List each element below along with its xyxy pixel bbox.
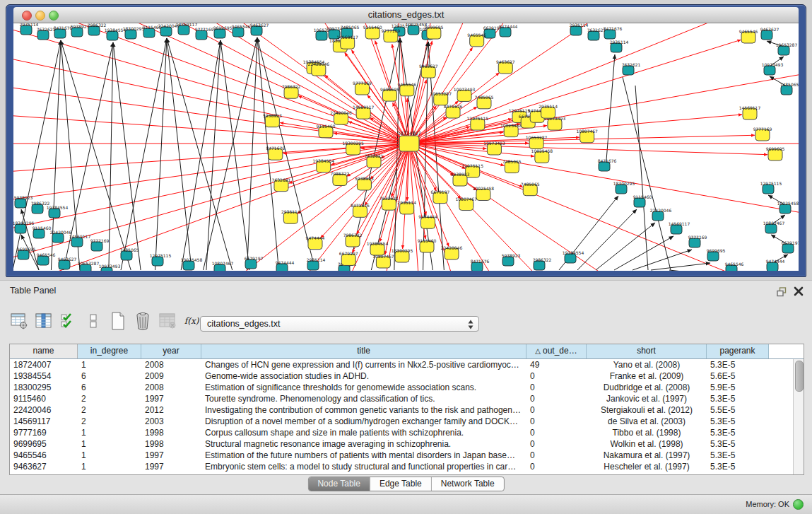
table-row[interactable]: 969969511998Structural magnetic resonanc… xyxy=(10,438,804,450)
table-cell[interactable]: 0 xyxy=(526,416,587,427)
function-builder-icon[interactable]: f(x) xyxy=(183,311,201,331)
table-row[interactable]: 1938455462009Genome-wide association stu… xyxy=(10,370,804,382)
table-cell[interactable]: 2008 xyxy=(141,359,201,370)
memory-ok-indicator[interactable] xyxy=(793,499,804,510)
table-cell[interactable]: Yano et al. (2008) xyxy=(587,359,707,370)
tab-node-table[interactable]: Node Table xyxy=(308,477,370,491)
column-header-in_degree[interactable]: in_degree xyxy=(78,344,141,358)
graph-edge-red[interactable] xyxy=(409,23,766,144)
table-cell[interactable]: 0 xyxy=(526,427,587,438)
column-header-short[interactable]: short xyxy=(587,344,707,358)
table-cell[interactable]: 5.3E-5 xyxy=(707,416,769,427)
table-cell[interactable]: Franke et al. (2009) xyxy=(587,370,707,382)
table-cell[interactable]: 0 xyxy=(526,461,587,472)
table-cell[interactable]: 6 xyxy=(78,370,141,382)
table-cell[interactable]: 6 xyxy=(78,382,141,393)
graph-edge-red[interactable] xyxy=(13,63,409,144)
table-cell[interactable]: 5.3E-5 xyxy=(707,438,769,450)
table-cell[interactable]: Tibbo et al. (1998) xyxy=(587,427,707,438)
citation-network-graph[interactable]: 2935114763262184716765938923798632219384… xyxy=(13,23,799,271)
graph-edge-black[interactable] xyxy=(113,42,141,270)
table-cell[interactable]: Stergiakouli et al. (2012) xyxy=(587,404,707,416)
table-vertical-scrollbar[interactable] xyxy=(793,359,804,474)
table-cell[interactable]: 1998 xyxy=(141,427,201,438)
table-cell[interactable]: 2 xyxy=(78,404,141,416)
table-row[interactable]: 1456911722003Disruption of a novel membe… xyxy=(10,416,804,427)
graph-edge-black[interactable] xyxy=(606,54,615,169)
table-cell[interactable]: 5.3E-5 xyxy=(707,393,769,404)
graph-edge-black[interactable] xyxy=(167,38,233,270)
table-cell[interactable]: Corpus callosum shape and size in male p… xyxy=(201,427,526,438)
column-header-title[interactable]: title xyxy=(201,344,526,358)
table-cell[interactable]: 5.3E-5 xyxy=(707,359,769,370)
table-cell[interactable]: 9465546 xyxy=(10,450,78,461)
table-cell[interactable]: Dudbridge et al. (2008) xyxy=(587,382,707,393)
table-cell[interactable]: 2 xyxy=(78,393,141,404)
table-cell[interactable]: Tourette syndrome. Phenomenology and cla… xyxy=(201,393,526,404)
table-cell[interactable]: 1 xyxy=(78,461,141,472)
graph-edge-red[interactable] xyxy=(211,23,409,144)
graph-edge-black[interactable] xyxy=(206,40,220,270)
graph-edge-black[interactable] xyxy=(651,263,710,270)
table-cell[interactable]: 5.9E-5 xyxy=(707,382,769,393)
table-cell[interactable]: 9777169 xyxy=(10,427,78,438)
graph-edge-red[interactable] xyxy=(13,103,409,144)
table-cell[interactable]: 5.3E-5 xyxy=(707,461,769,472)
table-cell[interactable]: 18724007 xyxy=(10,359,78,370)
table-cell[interactable]: Investigating the contribution of common… xyxy=(201,404,526,416)
table-cell[interactable]: 1 xyxy=(78,450,141,461)
column-header-out_de[interactable]: △out_de… xyxy=(526,344,587,358)
table-cell[interactable]: 0 xyxy=(526,438,587,450)
table-cell[interactable]: Disruption of a novel member of a sodium… xyxy=(201,416,526,427)
graph-edge-black[interactable] xyxy=(669,270,729,271)
table-cell[interactable]: Jankovic et al. (1997) xyxy=(587,393,707,404)
table-cell[interactable]: 0 xyxy=(526,382,587,393)
create-new-column-icon[interactable] xyxy=(109,311,127,331)
graph-edge-black[interactable] xyxy=(623,77,671,270)
table-cell[interactable]: Structural magnetic resonance image aver… xyxy=(201,438,526,450)
table-cell[interactable]: 19384554 xyxy=(10,370,78,382)
tab-network-table[interactable]: Network Table xyxy=(432,477,504,491)
table-cell[interactable]: 18300295 xyxy=(10,382,78,393)
table-cell[interactable]: 9699695 xyxy=(10,438,78,450)
table-cell[interactable]: Changes of HCN gene expression and I(f) … xyxy=(201,359,526,370)
graph-edge-black[interactable] xyxy=(614,236,673,270)
graph-edge-black[interactable] xyxy=(635,86,648,270)
graph-edge-black[interactable] xyxy=(155,38,167,270)
table-cell[interactable]: Embryonic stem cells: a model to study s… xyxy=(201,461,526,472)
table-cell[interactable]: 1997 xyxy=(141,450,201,461)
table-cell[interactable]: 1997 xyxy=(141,393,201,404)
table-cell[interactable]: 2008 xyxy=(141,382,201,393)
graph-edge-black[interactable] xyxy=(204,37,257,270)
column-header-name[interactable]: name xyxy=(10,344,78,358)
table-cell[interactable]: 0 xyxy=(526,370,587,382)
table-cell[interactable]: 5.5E-5 xyxy=(707,404,769,416)
table-row[interactable]: 2242004622012Investigating the contribut… xyxy=(10,404,804,416)
table-row[interactable]: 911546021997Tourette syndrome. Phenomeno… xyxy=(10,393,804,404)
float-panel-icon[interactable] xyxy=(777,287,788,297)
table-row[interactable]: 1830029562008Estimation of significance … xyxy=(10,382,804,393)
table-cell[interactable]: Estimation of the future numbers of pati… xyxy=(201,450,526,461)
table-row[interactable]: 1872400712008Changes of HCN gene express… xyxy=(10,359,804,370)
network-view-canvas[interactable]: 2935114763262184716765938923798632219384… xyxy=(13,23,799,271)
table-cell[interactable]: 1 xyxy=(78,359,141,370)
table-cell[interactable]: 9463627 xyxy=(10,461,78,472)
delete-table-icon[interactable] xyxy=(158,311,177,331)
table-row[interactable]: 946554611997Estimation of the future num… xyxy=(10,450,804,461)
table-cell[interactable]: 22420046 xyxy=(10,404,78,416)
table-cell[interactable]: 5.3E-5 xyxy=(707,427,769,438)
column-header-pagerank[interactable]: pagerank xyxy=(707,344,769,358)
graph-edge-black[interactable] xyxy=(109,42,113,270)
table-cell[interactable]: 2009 xyxy=(141,370,201,382)
table-cell[interactable]: 1 xyxy=(78,438,141,450)
graph-edge-black[interactable] xyxy=(167,38,192,270)
table-cell[interactable]: Wolkin et al. (1998) xyxy=(587,438,707,450)
table-selector-dropdown[interactable]: citations_edges.txt xyxy=(200,316,479,332)
table-cell[interactable]: 2 xyxy=(78,416,141,427)
table-row[interactable]: 977716911998Corpus callosum shape and si… xyxy=(10,427,804,438)
show-columns-icon[interactable] xyxy=(35,311,53,331)
table-cell[interactable]: 0 xyxy=(526,404,587,416)
table-cell[interactable]: 49 xyxy=(526,359,587,370)
table-cell[interactable]: Genome-wide association studies in ADHD. xyxy=(201,370,526,382)
table-cell[interactable]: 1998 xyxy=(141,438,201,450)
